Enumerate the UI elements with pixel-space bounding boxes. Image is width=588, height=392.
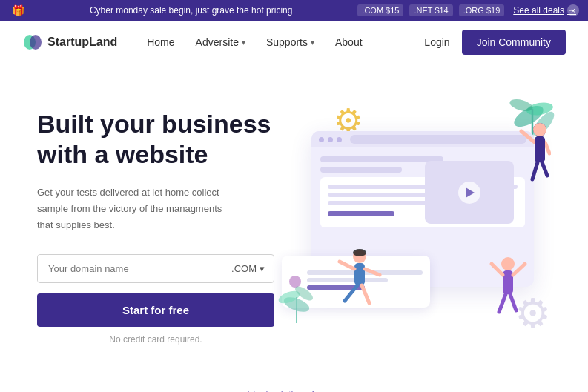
tld-net: .NET $14 (409, 4, 452, 16)
hero-title: Built your business with a website (37, 109, 274, 170)
tld-com: .COM $15 (357, 4, 403, 16)
gift-icon: 🎁 (12, 4, 24, 16)
banner-close-button[interactable]: × (567, 4, 579, 16)
nav-actions: Login Join Community (424, 30, 566, 55)
domain-extension-select[interactable]: .COM ▾ (222, 256, 274, 282)
svg-line-24 (362, 285, 369, 303)
plant-bottom-left-icon (274, 268, 334, 330)
svg-point-17 (533, 123, 546, 136)
person-center-bottom-figure (488, 253, 529, 330)
logo[interactable]: StartupLand (22, 32, 117, 53)
svg-point-1 (30, 35, 42, 50)
login-button[interactable]: Login (424, 36, 449, 48)
adversite-chevron: ▾ (242, 39, 245, 47)
svg-line-29 (513, 264, 525, 275)
domain-input-row: .COM ▾ (37, 254, 274, 283)
svg-line-22 (365, 269, 380, 275)
person-right-figure (506, 116, 551, 201)
hero-section: Built your business with a website Get y… (0, 64, 588, 367)
domain-search-input[interactable] (38, 255, 222, 282)
nav-supports[interactable]: Supports ▾ (266, 36, 314, 48)
hero-content: Built your business with a website Get y… (37, 94, 274, 345)
promo-text: Cyber monday sale begin, just grave the … (33, 5, 348, 16)
svg-line-13 (521, 131, 535, 142)
start-free-button[interactable]: Start for free (37, 293, 274, 327)
supports-chevron: ▾ (311, 39, 314, 47)
tld-badges: .COM $15 .NET $14 .ORG $19 (357, 4, 504, 16)
tld-org: .ORG $19 (459, 4, 505, 16)
svg-rect-18 (535, 136, 545, 162)
svg-line-31 (510, 294, 516, 310)
svg-rect-20 (354, 263, 365, 285)
svg-line-16 (542, 162, 547, 176)
no-credit-text: No credit card required. (37, 334, 274, 345)
svg-line-14 (545, 142, 549, 153)
svg-point-25 (353, 249, 366, 256)
join-community-button[interactable]: Join Community (462, 30, 566, 55)
svg-line-15 (532, 162, 538, 179)
nav-home[interactable]: Home (147, 36, 174, 48)
svg-line-21 (340, 262, 354, 269)
navbar: StartupLand Home Adversite ▾ Supports ▾ … (0, 21, 588, 64)
svg-line-30 (499, 294, 506, 312)
nav-about[interactable]: About (335, 36, 363, 48)
nav-adversite[interactable]: Adversite ▾ (196, 36, 245, 48)
svg-point-26 (501, 257, 515, 270)
hero-subtitle: Get your tests delivered at let home col… (37, 185, 230, 233)
promo-banner: 🎁 Cyber monday sale begin, just grave th… (0, 0, 588, 21)
svg-line-28 (492, 264, 503, 275)
logo-icon (22, 32, 43, 53)
ext-chevron: ▾ (260, 263, 265, 274)
hero-illustration: ⚙ (274, 94, 566, 345)
nav-links: Home Adversite ▾ Supports ▾ About (147, 36, 424, 48)
ideal-solutions-label: Ideal solutions for you (15, 389, 573, 392)
person-left-figure (334, 245, 386, 322)
svg-line-23 (345, 285, 357, 301)
bottom-section: Ideal solutions for you Didn't find what… (0, 367, 588, 392)
